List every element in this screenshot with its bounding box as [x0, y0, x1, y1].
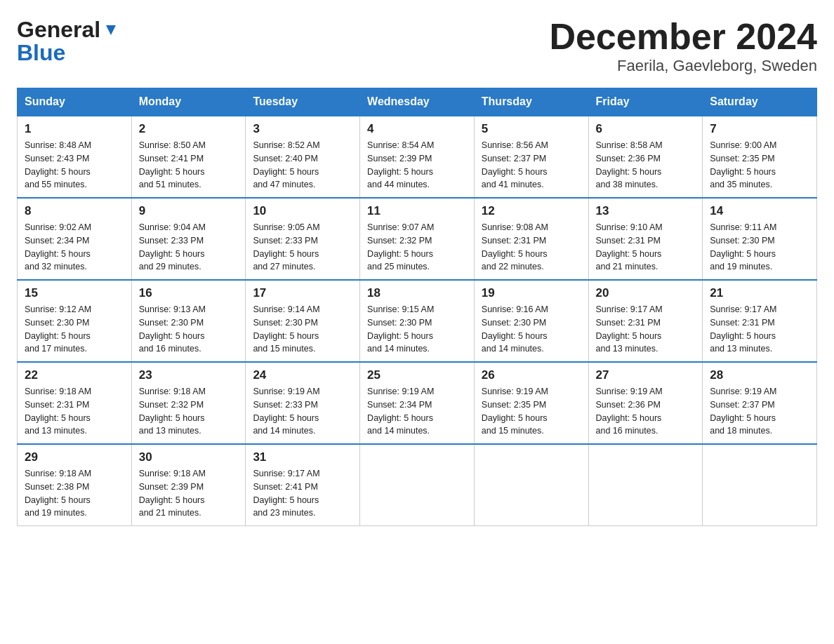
- calendar-cell: 23Sunrise: 9:18 AMSunset: 2:32 PMDayligh…: [131, 362, 246, 444]
- day-number: 24: [253, 368, 352, 382]
- calendar-cell: 9Sunrise: 9:04 AMSunset: 2:33 PMDaylight…: [131, 198, 246, 280]
- day-number: 16: [139, 286, 239, 300]
- calendar-cell: 20Sunrise: 9:17 AMSunset: 2:31 PMDayligh…: [588, 280, 703, 362]
- day-info: Sunrise: 9:12 AMSunset: 2:30 PMDaylight:…: [25, 303, 124, 356]
- day-number: 4: [367, 122, 467, 136]
- calendar-cell: 27Sunrise: 9:19 AMSunset: 2:36 PMDayligh…: [588, 362, 703, 444]
- calendar-cell: 7Sunrise: 9:00 AMSunset: 2:35 PMDaylight…: [703, 116, 817, 198]
- page-header: General Blue December 2024 Faerila, Gaev…: [17, 17, 817, 75]
- calendar-header: SundayMondayTuesdayWednesdayThursdayFrid…: [18, 88, 817, 116]
- calendar-cell: 19Sunrise: 9:16 AMSunset: 2:30 PMDayligh…: [474, 280, 588, 362]
- logo-arrow-icon: [103, 22, 119, 38]
- header-cell-saturday: Saturday: [703, 88, 817, 116]
- day-number: 14: [710, 204, 809, 218]
- day-info: Sunrise: 9:15 AMSunset: 2:30 PMDaylight:…: [367, 303, 467, 356]
- day-number: 18: [367, 286, 467, 300]
- day-info: Sunrise: 9:19 AMSunset: 2:35 PMDaylight:…: [482, 385, 581, 438]
- calendar-cell: 5Sunrise: 8:56 AMSunset: 2:37 PMDaylight…: [474, 116, 588, 198]
- calendar-cell: 31Sunrise: 9:17 AMSunset: 2:41 PMDayligh…: [246, 444, 360, 526]
- day-info: Sunrise: 9:02 AMSunset: 2:34 PMDaylight:…: [25, 221, 124, 274]
- header-cell-friday: Friday: [588, 88, 703, 116]
- logo-general-text: General: [17, 17, 100, 43]
- day-info: Sunrise: 9:18 AMSunset: 2:39 PMDaylight:…: [139, 467, 239, 520]
- day-number: 25: [367, 368, 467, 382]
- day-number: 10: [253, 204, 352, 218]
- day-number: 29: [25, 450, 124, 464]
- day-info: Sunrise: 8:52 AMSunset: 2:40 PMDaylight:…: [253, 139, 352, 192]
- svg-marker-0: [106, 25, 116, 35]
- logo: General Blue: [17, 17, 119, 66]
- header-cell-monday: Monday: [131, 88, 246, 116]
- calendar-body: 1Sunrise: 8:48 AMSunset: 2:43 PMDaylight…: [18, 116, 817, 526]
- day-number: 3: [253, 122, 352, 136]
- calendar-cell: 30Sunrise: 9:18 AMSunset: 2:39 PMDayligh…: [131, 444, 246, 526]
- calendar-cell: 8Sunrise: 9:02 AMSunset: 2:34 PMDaylight…: [18, 198, 132, 280]
- day-number: 11: [367, 204, 467, 218]
- calendar-cell: [588, 444, 703, 526]
- day-info: Sunrise: 9:10 AMSunset: 2:31 PMDaylight:…: [596, 221, 696, 274]
- day-info: Sunrise: 9:08 AMSunset: 2:31 PMDaylight:…: [482, 221, 581, 274]
- day-info: Sunrise: 9:19 AMSunset: 2:36 PMDaylight:…: [596, 385, 696, 438]
- calendar-cell: 21Sunrise: 9:17 AMSunset: 2:31 PMDayligh…: [703, 280, 817, 362]
- day-info: Sunrise: 9:00 AMSunset: 2:35 PMDaylight:…: [710, 139, 809, 192]
- day-number: 6: [596, 122, 696, 136]
- day-info: Sunrise: 8:58 AMSunset: 2:36 PMDaylight:…: [596, 139, 696, 192]
- header-cell-sunday: Sunday: [18, 88, 132, 116]
- day-number: 15: [25, 286, 124, 300]
- day-number: 26: [482, 368, 581, 382]
- day-info: Sunrise: 8:48 AMSunset: 2:43 PMDaylight:…: [25, 139, 124, 192]
- day-number: 22: [25, 368, 124, 382]
- day-number: 19: [482, 286, 581, 300]
- week-row-5: 29Sunrise: 9:18 AMSunset: 2:38 PMDayligh…: [18, 444, 817, 526]
- day-number: 13: [596, 204, 696, 218]
- calendar-cell: 3Sunrise: 8:52 AMSunset: 2:40 PMDaylight…: [246, 116, 360, 198]
- calendar-cell: 4Sunrise: 8:54 AMSunset: 2:39 PMDaylight…: [360, 116, 475, 198]
- calendar-cell: 25Sunrise: 9:19 AMSunset: 2:34 PMDayligh…: [360, 362, 475, 444]
- calendar-cell: 15Sunrise: 9:12 AMSunset: 2:30 PMDayligh…: [18, 280, 132, 362]
- calendar-subtitle: Faerila, Gaevleborg, Sweden: [549, 57, 817, 75]
- calendar-cell: 22Sunrise: 9:18 AMSunset: 2:31 PMDayligh…: [18, 362, 132, 444]
- day-number: 31: [253, 450, 352, 464]
- calendar-cell: 6Sunrise: 8:58 AMSunset: 2:36 PMDaylight…: [588, 116, 703, 198]
- day-info: Sunrise: 9:11 AMSunset: 2:30 PMDaylight:…: [710, 221, 809, 274]
- day-info: Sunrise: 8:54 AMSunset: 2:39 PMDaylight:…: [367, 139, 467, 192]
- day-info: Sunrise: 9:07 AMSunset: 2:32 PMDaylight:…: [367, 221, 467, 274]
- calendar-title: December 2024: [549, 17, 817, 57]
- week-row-3: 15Sunrise: 9:12 AMSunset: 2:30 PMDayligh…: [18, 280, 817, 362]
- day-info: Sunrise: 9:18 AMSunset: 2:31 PMDaylight:…: [25, 385, 124, 438]
- header-row: SundayMondayTuesdayWednesdayThursdayFrid…: [18, 88, 817, 116]
- calendar-cell: 28Sunrise: 9:19 AMSunset: 2:37 PMDayligh…: [703, 362, 817, 444]
- day-number: 17: [253, 286, 352, 300]
- day-number: 12: [482, 204, 581, 218]
- week-row-4: 22Sunrise: 9:18 AMSunset: 2:31 PMDayligh…: [18, 362, 817, 444]
- day-number: 7: [710, 122, 809, 136]
- day-number: 5: [482, 122, 581, 136]
- day-info: Sunrise: 8:50 AMSunset: 2:41 PMDaylight:…: [139, 139, 239, 192]
- calendar-cell: 10Sunrise: 9:05 AMSunset: 2:33 PMDayligh…: [246, 198, 360, 280]
- day-info: Sunrise: 9:18 AMSunset: 2:32 PMDaylight:…: [139, 385, 239, 438]
- calendar-cell: 24Sunrise: 9:19 AMSunset: 2:33 PMDayligh…: [246, 362, 360, 444]
- calendar-cell: 17Sunrise: 9:14 AMSunset: 2:30 PMDayligh…: [246, 280, 360, 362]
- calendar-cell: 11Sunrise: 9:07 AMSunset: 2:32 PMDayligh…: [360, 198, 475, 280]
- day-number: 27: [596, 368, 696, 382]
- day-number: 30: [139, 450, 239, 464]
- day-number: 1: [25, 122, 124, 136]
- calendar-cell: [360, 444, 475, 526]
- day-info: Sunrise: 9:19 AMSunset: 2:33 PMDaylight:…: [253, 385, 352, 438]
- header-cell-thursday: Thursday: [474, 88, 588, 116]
- calendar-cell: 18Sunrise: 9:15 AMSunset: 2:30 PMDayligh…: [360, 280, 475, 362]
- calendar-cell: 2Sunrise: 8:50 AMSunset: 2:41 PMDaylight…: [131, 116, 246, 198]
- calendar-cell: 12Sunrise: 9:08 AMSunset: 2:31 PMDayligh…: [474, 198, 588, 280]
- day-info: Sunrise: 9:14 AMSunset: 2:30 PMDaylight:…: [253, 303, 352, 356]
- day-info: Sunrise: 9:18 AMSunset: 2:38 PMDaylight:…: [25, 467, 124, 520]
- calendar-cell: 29Sunrise: 9:18 AMSunset: 2:38 PMDayligh…: [18, 444, 132, 526]
- day-info: Sunrise: 9:17 AMSunset: 2:31 PMDaylight:…: [710, 303, 809, 356]
- day-info: Sunrise: 9:16 AMSunset: 2:30 PMDaylight:…: [482, 303, 581, 356]
- calendar-table: SundayMondayTuesdayWednesdayThursdayFrid…: [17, 88, 817, 526]
- header-cell-wednesday: Wednesday: [360, 88, 475, 116]
- header-cell-tuesday: Tuesday: [246, 88, 360, 116]
- day-info: Sunrise: 9:05 AMSunset: 2:33 PMDaylight:…: [253, 221, 352, 274]
- calendar-cell: 14Sunrise: 9:11 AMSunset: 2:30 PMDayligh…: [703, 198, 817, 280]
- day-info: Sunrise: 9:04 AMSunset: 2:33 PMDaylight:…: [139, 221, 239, 274]
- calendar-cell: [474, 444, 588, 526]
